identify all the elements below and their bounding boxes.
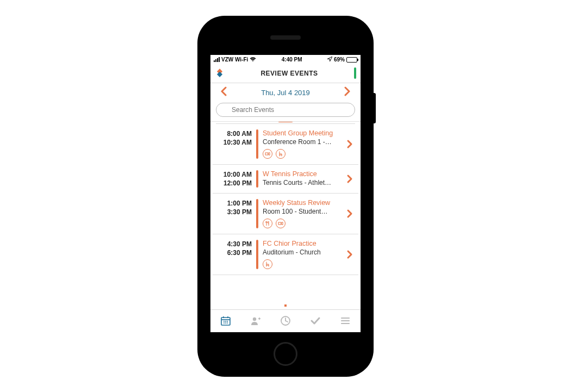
location-icon [327, 57, 332, 63]
event-location: Room 100 - Student… [263, 208, 342, 215]
signal-bars-icon [214, 57, 220, 62]
svg-line-25 [286, 321, 288, 322]
event-title: Weekly Status Review [263, 199, 342, 207]
battery-icon [346, 57, 357, 63]
event-start: 8:00 AM [218, 129, 252, 138]
prev-day-button[interactable] [220, 86, 228, 99]
event-row[interactable]: 1:00 PM3:30 PMWeekly Status ReviewRoom 1… [213, 194, 358, 234]
event-location: Tennis Courts - Athlet… [263, 179, 342, 186]
camera-icon [276, 219, 286, 228]
chevron-right-icon[interactable] [346, 240, 354, 269]
event-location: Auditorium - Church [263, 248, 342, 256]
scroll-indicator-icon [284, 304, 287, 307]
phone-speaker [270, 35, 301, 40]
chevron-right-icon[interactable] [346, 129, 354, 159]
tab-check[interactable] [305, 310, 326, 332]
next-day-button[interactable] [343, 86, 351, 99]
tab-calendar[interactable] [215, 310, 237, 332]
tab-menu[interactable] [334, 310, 356, 332]
phone-home-button[interactable] [274, 342, 297, 366]
food-icon [263, 219, 272, 228]
event-accent-bar [256, 199, 258, 228]
svg-rect-1 [217, 72, 222, 77]
event-time: 8:00 AM10:30 AM [218, 129, 252, 159]
search-container [210, 103, 361, 121]
events-list[interactable]: 8:00 AM10:30 AMStudent Group MeetingConf… [210, 121, 361, 309]
date-navigator: Thu, Jul 4 2019 [210, 83, 361, 103]
camera-icon [263, 149, 272, 159]
device-status-icon[interactable] [354, 69, 356, 78]
event-accent-bar [256, 170, 258, 188]
event-resource-icons [263, 219, 342, 228]
event-end: 10:30 AM [218, 138, 252, 147]
event-location: Conference Room 1 -… [263, 138, 342, 146]
event-end: 12:00 PM [218, 179, 252, 188]
event-resource-icons [263, 259, 342, 269]
svg-rect-9 [278, 222, 281, 225]
event-row[interactable]: 8:00 AM10:30 AMStudent Group MeetingConf… [213, 124, 358, 165]
status-time: 4:40 PM [282, 57, 302, 63]
event-title: Student Group Meeting [263, 129, 342, 137]
event-end: 6:30 PM [218, 248, 252, 257]
app-header: REVIEW EVENTS [210, 65, 361, 83]
current-date-label[interactable]: Thu, Jul 4 2019 [261, 89, 310, 97]
chair-icon [263, 259, 272, 269]
svg-point-20 [253, 318, 256, 321]
event-time: 1:00 PM3:30 PM [218, 199, 252, 228]
chevron-right-icon[interactable] [346, 199, 354, 228]
carrier-label: VZW Wi-Fi [221, 57, 248, 63]
event-accent-bar [256, 240, 258, 269]
search-input[interactable] [216, 103, 355, 117]
event-start: 10:00 AM [218, 170, 252, 179]
status-right: 69% [327, 57, 357, 63]
event-time: 4:30 PM6:30 PM [218, 240, 252, 269]
tab-clock[interactable] [275, 310, 296, 332]
event-title: FC Chior Practice [263, 240, 342, 247]
event-details: W Tennis PracticeTennis Courts - Athlet… [263, 170, 342, 188]
event-details: FC Chior PracticeAuditorium - Church [263, 240, 342, 269]
app-screen: VZW Wi-Fi 4:40 PM 69% [210, 55, 361, 332]
status-left: VZW Wi-Fi [214, 57, 256, 63]
wifi-icon [250, 57, 256, 63]
chevron-right-icon[interactable] [346, 170, 354, 188]
tab-bar [210, 309, 361, 332]
event-details: Student Group MeetingConference Room 1 -… [263, 129, 342, 159]
event-accent-bar [256, 129, 258, 159]
app-logo-icon[interactable] [215, 69, 225, 78]
battery-pct: 69% [334, 57, 345, 63]
event-title: W Tennis Practice [263, 170, 342, 178]
tab-add-person[interactable] [245, 310, 266, 332]
chair-icon [276, 149, 286, 159]
event-resource-icons [263, 149, 342, 159]
event-row[interactable]: 4:30 PM6:30 PMFC Chior PracticeAuditoriu… [213, 234, 358, 275]
event-start: 1:00 PM [218, 199, 252, 208]
svg-rect-4 [265, 153, 268, 155]
event-row[interactable]: 10:00 AM12:00 PMW Tennis PracticeTennis … [213, 165, 358, 194]
phone-frame: VZW Wi-Fi 4:40 PM 69% [198, 17, 373, 376]
event-time: 10:00 AM12:00 PM [218, 170, 252, 188]
page-title: REVIEW EVENTS [260, 70, 318, 77]
event-details: Weekly Status ReviewRoom 100 - Student… [263, 199, 342, 228]
event-end: 3:30 PM [218, 208, 252, 216]
event-start: 4:30 PM [218, 240, 252, 248]
phone-side-button [373, 93, 376, 123]
status-bar: VZW Wi-Fi 4:40 PM 69% [210, 55, 361, 65]
